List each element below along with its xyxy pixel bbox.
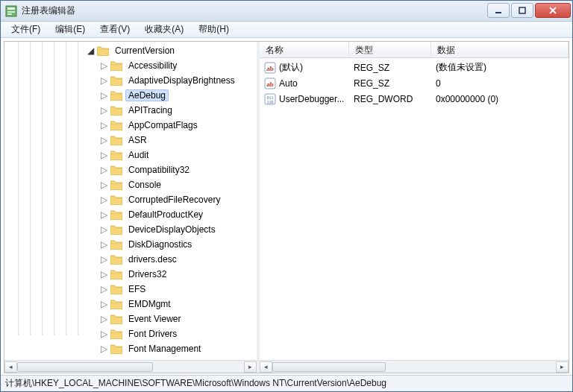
statusbar: 计算机\HKEY_LOCAL_MACHINE\SOFTWARE\Microsof… <box>1 375 572 391</box>
minimize-icon <box>495 7 502 14</box>
value-name-cell: abAuto <box>260 78 349 89</box>
titlebar[interactable]: 注册表编辑器 <box>1 1 572 22</box>
value-row[interactable]: 011110UserDebugger...REG_DWORD0x00000000… <box>260 91 569 107</box>
tree-node[interactable]: ▷Console <box>4 177 257 192</box>
svg-rect-5 <box>519 7 525 13</box>
tree-node[interactable]: ▷ASR <box>4 133 257 148</box>
expander-closed-icon[interactable]: ▷ <box>98 135 109 145</box>
column-headers: 名称 类型 数据 <box>260 42 569 58</box>
tree-node[interactable]: ▷drivers.desc <box>4 252 257 267</box>
app-icon <box>5 5 17 17</box>
list-hscrollbar[interactable]: ◂ ▸ <box>260 360 569 373</box>
tree-node[interactable]: ▷Font Drivers <box>4 326 257 341</box>
menu-item[interactable]: 帮助(H) <box>191 22 237 37</box>
minimize-button[interactable] <box>487 3 510 18</box>
tree-node[interactable]: ▷APITracing <box>4 103 257 118</box>
expander-closed-icon[interactable]: ▷ <box>98 269 109 279</box>
expander-closed-icon[interactable]: ▷ <box>98 344 109 354</box>
tree-hscrollbar[interactable]: ◂ ▸ <box>4 360 257 373</box>
value-type-cell: REG_SZ <box>349 78 431 89</box>
expander-closed-icon[interactable]: ▷ <box>98 284 109 294</box>
expander-open-icon[interactable]: ◢ <box>85 45 96 56</box>
expander-closed-icon[interactable]: ▷ <box>98 224 109 235</box>
expander-closed-icon[interactable]: ▷ <box>98 209 109 220</box>
window-controls <box>487 3 571 18</box>
tree-node[interactable]: ▷Drivers32 <box>4 267 257 282</box>
expander-closed-icon[interactable]: ▷ <box>98 105 109 116</box>
value-data-cell: 0 <box>431 78 569 89</box>
tree-node-label: AdaptiveDisplayBrightness <box>125 75 238 86</box>
tree-node-label: CurrentVersion <box>112 45 178 57</box>
value-row[interactable]: ab(默认)REG_SZ(数值未设置) <box>260 60 569 75</box>
scroll-right-button[interactable]: ▸ <box>556 361 569 373</box>
expander-closed-icon[interactable]: ▷ <box>98 75 109 86</box>
tree-node-label: ASR <box>125 134 150 146</box>
registry-tree[interactable]: ◢CurrentVersion▷Accessibility▷AdaptiveDi… <box>4 42 257 360</box>
window-title: 注册表编辑器 <box>22 4 487 17</box>
scroll-thumb[interactable] <box>17 362 153 372</box>
close-button[interactable] <box>535 3 571 18</box>
tree-node-label: Audit <box>125 149 151 161</box>
tree-node[interactable]: ▷DefaultProductKey <box>4 207 257 222</box>
expander-closed-icon[interactable]: ▷ <box>98 329 109 339</box>
expander-closed-icon[interactable]: ▷ <box>98 195 109 205</box>
scroll-thumb[interactable] <box>272 362 386 372</box>
tree-node[interactable]: ▷Compatibility32 <box>4 162 257 177</box>
tree-node[interactable]: ▷Accessibility <box>4 58 257 73</box>
tree-node[interactable]: ▷DiskDiagnostics <box>4 237 257 252</box>
value-row[interactable]: abAutoREG_SZ0 <box>260 75 569 91</box>
value-name: (默认) <box>279 61 303 74</box>
expander-closed-icon[interactable]: ▷ <box>98 150 109 160</box>
tree-node[interactable]: ▷Audit <box>4 148 257 162</box>
tree-node[interactable]: ▷AppCompatFlags <box>4 118 257 133</box>
tree-node[interactable]: ▷Font Management <box>4 341 257 356</box>
tree-node[interactable]: ▷DeviceDisplayObjects <box>4 222 257 237</box>
expander-closed-icon[interactable]: ▷ <box>98 165 109 175</box>
tree-node[interactable]: ▷AdaptiveDisplayBrightness <box>4 73 257 88</box>
expander-closed-icon[interactable]: ▷ <box>98 299 109 309</box>
tree-node[interactable]: ▷EFS <box>4 282 257 297</box>
tree-node-label: Font Drivers <box>125 328 180 340</box>
column-header-name[interactable]: 名称 <box>260 42 349 57</box>
maximize-button[interactable] <box>511 3 533 18</box>
expander-closed-icon[interactable]: ▷ <box>98 120 109 130</box>
tree-node-label: EMDMgmt <box>125 298 174 310</box>
tree-node-label: drivers.desc <box>125 253 180 265</box>
tree-node[interactable]: ▷AeDebug <box>4 88 257 103</box>
value-name: Auto <box>279 78 298 89</box>
menu-item[interactable]: 编辑(E) <box>48 22 93 37</box>
expander-closed-icon[interactable]: ▷ <box>98 239 109 250</box>
tree-node-label: Console <box>125 179 164 191</box>
column-header-data[interactable]: 数据 <box>431 42 569 57</box>
registry-editor-window: 注册表编辑器 文件(F)编辑(E)查看(V)收藏夹(A)帮助(H) <box>0 0 573 392</box>
tree-pane: ◢CurrentVersion▷Accessibility▷AdaptiveDi… <box>4 42 260 373</box>
scroll-left-button[interactable]: ◂ <box>4 361 17 373</box>
svg-rect-3 <box>7 13 12 15</box>
tree-node-label: Accessibility <box>125 60 180 72</box>
tree-node[interactable]: ▷Event Viewer <box>4 312 257 326</box>
scroll-track[interactable] <box>272 361 556 373</box>
tree-node[interactable]: ▷CorruptedFileRecovery <box>4 192 257 207</box>
tree-node[interactable]: ▷EMDMgmt <box>4 297 257 312</box>
expander-closed-icon[interactable]: ▷ <box>98 60 109 71</box>
expander-closed-icon[interactable]: ▷ <box>98 254 109 265</box>
close-icon <box>548 7 557 14</box>
menu-item[interactable]: 查看(V) <box>93 22 137 37</box>
tree-node-label: APITracing <box>125 104 175 116</box>
scroll-left-button[interactable]: ◂ <box>260 361 272 373</box>
menu-item[interactable]: 收藏夹(A) <box>137 22 191 37</box>
column-header-type[interactable]: 类型 <box>349 42 431 57</box>
scroll-track[interactable] <box>17 361 244 373</box>
expander-closed-icon[interactable]: ▷ <box>98 314 109 324</box>
value-rows[interactable]: ab(默认)REG_SZ(数值未设置)abAutoREG_SZ0011110Us… <box>260 58 569 360</box>
tree-node-currentversion[interactable]: ◢CurrentVersion <box>4 43 257 58</box>
expander-closed-icon[interactable]: ▷ <box>98 90 109 101</box>
value-type-cell: REG_SZ <box>349 63 431 73</box>
scroll-right-button[interactable]: ▸ <box>244 361 257 373</box>
svg-rect-1 <box>7 7 15 10</box>
menu-item[interactable]: 文件(F) <box>4 22 48 37</box>
tree-node-label: DefaultProductKey <box>125 209 206 221</box>
expander-closed-icon[interactable]: ▷ <box>98 180 109 190</box>
statusbar-path: 计算机\HKEY_LOCAL_MACHINE\SOFTWARE\Microsof… <box>5 377 386 390</box>
tree-node-label: DeviceDisplayObjects <box>125 224 219 235</box>
